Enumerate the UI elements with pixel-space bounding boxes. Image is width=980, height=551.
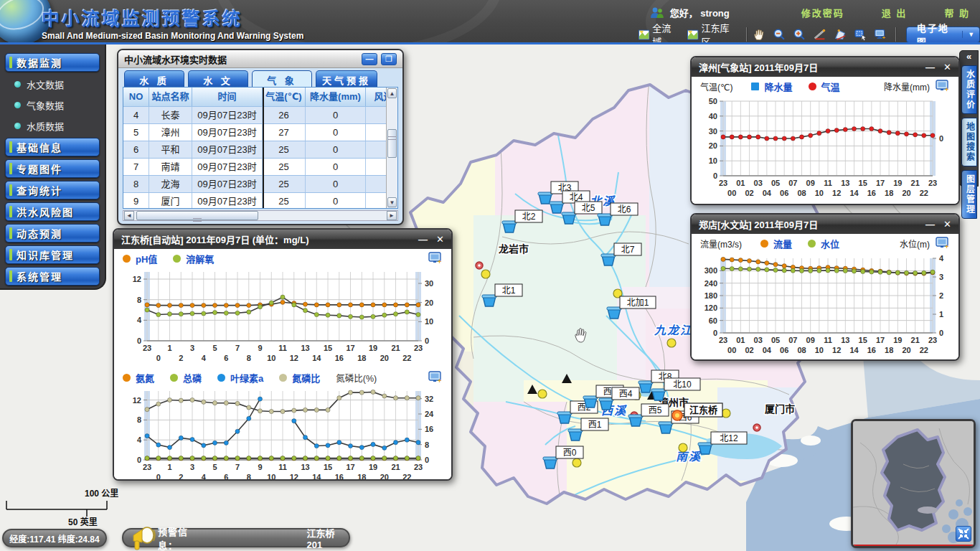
sidebar-item-气象数据[interactable]: 气象数据 xyxy=(14,96,105,113)
close-button[interactable]: ✕ xyxy=(436,234,444,245)
table-row[interactable]: 4长泰09月07日23时260 xyxy=(123,106,397,123)
measure-distance-icon[interactable] xyxy=(814,27,826,42)
scroll-down-arrow[interactable]: ▼ xyxy=(387,197,397,207)
scrollbar-thumb[interactable] xyxy=(387,129,397,158)
vertical-scrollbar[interactable]: ▲ ▼ xyxy=(386,88,397,208)
scrollbar-thumb[interactable] xyxy=(136,211,258,220)
zoom-in-icon[interactable] xyxy=(793,27,806,42)
select-region-icon[interactable] xyxy=(854,27,867,42)
whole-basin-label: 全流域 xyxy=(652,21,677,44)
sidebar-section-数据监测[interactable]: 数据监测 xyxy=(5,53,100,72)
sidebar-section-动态预测[interactable]: 动态预测 xyxy=(5,224,100,242)
monitoring-point-icon[interactable] xyxy=(573,458,581,467)
accent-bar xyxy=(9,184,12,196)
export-chart-icon[interactable]: + xyxy=(428,371,443,384)
horizontal-scrollbar[interactable]: ◄ ► xyxy=(123,210,398,221)
sidebar-section-知识库管理[interactable]: 知识库管理 xyxy=(5,245,100,264)
tab-天气预报[interactable]: 天气预报 xyxy=(316,70,377,87)
monitoring-point-icon[interactable] xyxy=(538,390,547,398)
cell: 0 xyxy=(306,107,366,123)
collapse-panel-arrow[interactable]: « xyxy=(966,51,971,62)
change-password-link[interactable]: 修改密码 xyxy=(801,6,844,19)
close-button[interactable]: ✕ xyxy=(943,62,951,72)
legend-label: 溶解氧 xyxy=(186,252,214,265)
tab-水质[interactable]: 水 质 xyxy=(124,70,184,87)
legend-swatch xyxy=(751,83,759,90)
column-header-降水量(mm)[interactable]: 降水量(mm) xyxy=(306,88,366,106)
right-tab-地图搜索[interactable]: 地图搜索 xyxy=(961,118,977,166)
export-chart-icon[interactable]: + xyxy=(936,237,950,250)
export-chart-icon[interactable]: + xyxy=(428,252,443,265)
measure-area-icon[interactable] xyxy=(834,27,847,42)
sidebar-section-洪水风险图[interactable]: 洪水风险图 xyxy=(5,202,100,221)
monitoring-point-icon[interactable] xyxy=(667,339,676,347)
help-link[interactable]: 帮 助 xyxy=(944,6,970,19)
right-tab-水质评价[interactable]: 水质评价 xyxy=(961,65,977,114)
svg-text:15: 15 xyxy=(859,179,867,187)
svg-text:13: 13 xyxy=(301,344,309,352)
svg-text:9: 9 xyxy=(258,463,262,471)
column-header-站点名称[interactable]: 站点名称 xyxy=(149,88,192,106)
window-titlebar[interactable]: 江东桥[自动站] 2011年09月7日 (单位：mg/L) — ✕ xyxy=(114,230,451,249)
sidebar-item-水质数据[interactable]: 水质数据 xyxy=(14,117,105,134)
monitoring-point-icon[interactable] xyxy=(722,409,730,418)
column-header-时间[interactable]: 时间 xyxy=(192,88,263,106)
minimap-collapse-button[interactable] xyxy=(956,526,971,542)
svg-text:4: 4 xyxy=(202,473,207,481)
collapse-arrows-icon xyxy=(956,527,971,541)
chevron-down-icon[interactable]: ▼ xyxy=(962,31,979,38)
minimize-button[interactable]: — xyxy=(418,234,428,245)
window-titlebar[interactable]: 漳州[气象站] 2011年09月7日 — ✕ xyxy=(692,57,958,77)
svg-text:20: 20 xyxy=(902,346,910,354)
svg-text:厦门市: 厦门市 xyxy=(765,403,795,415)
scroll-left-arrow[interactable]: ◄ xyxy=(124,211,134,220)
svg-text:0: 0 xyxy=(425,456,429,464)
cell: 5 xyxy=(123,124,149,141)
minimize-button[interactable]: — xyxy=(925,62,935,72)
pan-hand-icon[interactable] xyxy=(753,27,765,42)
sidebar-section-专题图件[interactable]: 专题图件 xyxy=(5,159,100,178)
column-header-NO[interactable]: NO xyxy=(123,88,149,106)
svg-text:13: 13 xyxy=(841,336,849,344)
right-tab-图层管理[interactable]: 图层管理 xyxy=(961,170,977,219)
header-bar: 中小流域监测预警系统 Small And Medium-sized Basin … xyxy=(0,0,980,44)
data-window-titlebar[interactable]: 中小流域水环境实时数据 — ❐ xyxy=(118,50,402,68)
cell: 长泰 xyxy=(149,107,192,123)
logout-link[interactable]: 退 出 xyxy=(882,6,908,19)
chart-legend: 流量(m3/s)流量水位水位(m)+ xyxy=(694,234,956,253)
table-row[interactable]: 9厦门09月07日23时250 xyxy=(123,192,397,209)
sidebar-section-基础信息[interactable]: 基础信息 xyxy=(5,138,100,156)
scroll-right-arrow[interactable]: ► xyxy=(387,211,397,220)
svg-text:21: 21 xyxy=(911,179,920,187)
svg-text:08: 08 xyxy=(797,346,806,354)
minimize-button[interactable]: — xyxy=(362,53,377,65)
sidebar-section-系统管理[interactable]: 系统管理 xyxy=(5,267,100,286)
window-titlebar[interactable]: 郑店[水文站] 2011年09月7日 — ✕ xyxy=(692,215,958,234)
tab-气象[interactable]: 气 象 xyxy=(252,70,312,87)
legend-item-流量: 流量 xyxy=(760,237,792,250)
svg-text:00: 00 xyxy=(727,189,736,197)
jiangdong-reservoir-button[interactable]: 江东库区 xyxy=(687,21,735,44)
svg-text:09: 09 xyxy=(806,336,815,344)
emap-dropdown-button[interactable]: 电子地图 ▼ xyxy=(906,27,980,43)
svg-text:18: 18 xyxy=(885,346,893,354)
sidebar-item-水文数据[interactable]: 水文数据 xyxy=(14,75,105,93)
export-chart-icon[interactable]: + xyxy=(936,80,950,93)
overview-minimap[interactable] xyxy=(851,419,976,548)
monitoring-point-icon[interactable] xyxy=(481,270,490,278)
table-row[interactable]: 6平和09月07日23时250 xyxy=(123,141,397,158)
minimize-button[interactable]: — xyxy=(925,219,935,230)
maximize-button[interactable]: ❐ xyxy=(381,53,397,65)
export-map-icon[interactable]: + xyxy=(874,27,887,42)
table-row[interactable]: 7南靖09月07日23时250 xyxy=(123,158,397,175)
zoom-out-icon[interactable] xyxy=(773,27,786,42)
monitoring-point-icon[interactable] xyxy=(679,443,687,452)
whole-basin-button[interactable]: 全流域 xyxy=(639,21,677,44)
table-row[interactable]: 5漳州09月07日23时270 xyxy=(123,123,397,141)
table-row[interactable]: 8龙海09月07日23时250 xyxy=(123,175,397,192)
tab-水文[interactable]: 水 文 xyxy=(188,70,248,87)
close-button[interactable]: ✕ xyxy=(943,219,951,230)
scroll-up-arrow[interactable]: ▲ xyxy=(387,88,397,98)
column-header-气温(℃)[interactable]: 气温(℃) xyxy=(263,88,306,106)
sidebar-section-查询统计[interactable]: 查询统计 xyxy=(5,181,100,199)
